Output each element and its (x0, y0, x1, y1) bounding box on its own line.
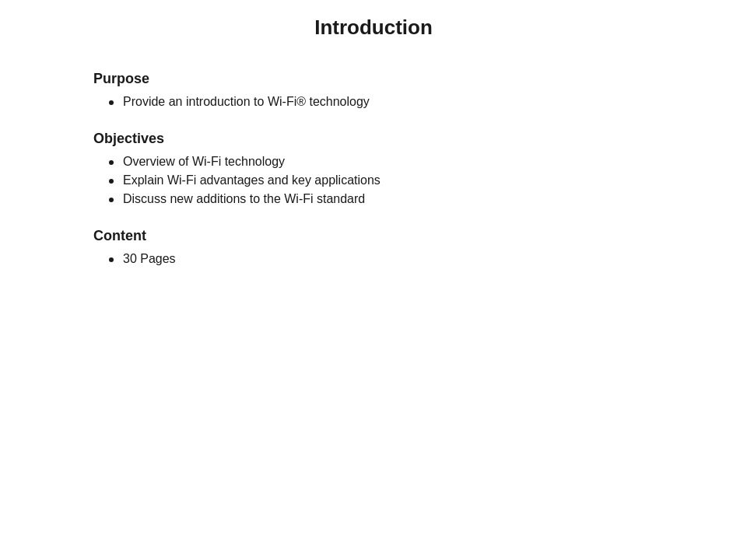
bullet-dot-icon (109, 198, 114, 202)
bullet-list-objectives: Overview of Wi-Fi technology Explain Wi-… (93, 155, 654, 206)
list-item: Provide an introduction to Wi-Fi® techno… (109, 95, 654, 109)
page-container: Introduction Purpose Provide an introduc… (0, 0, 747, 560)
section-objectives: Objectives Overview of Wi-Fi technology … (93, 131, 654, 206)
bullet-text: 30 Pages (123, 252, 176, 266)
section-heading-objectives: Objectives (93, 131, 654, 147)
list-item: Explain Wi-Fi advantages and key applica… (109, 173, 654, 187)
bullet-text: Discuss new additions to the Wi-Fi stand… (123, 192, 365, 206)
list-item: Discuss new additions to the Wi-Fi stand… (109, 192, 654, 206)
bullet-list-purpose: Provide an introduction to Wi-Fi® techno… (93, 95, 654, 109)
section-content: Content 30 Pages (93, 228, 654, 266)
bullet-list-content: 30 Pages (93, 252, 654, 266)
section-heading-purpose: Purpose (93, 71, 654, 87)
bullet-dot-icon (109, 100, 114, 105)
bullet-text: Provide an introduction to Wi-Fi® techno… (123, 95, 370, 109)
section-purpose: Purpose Provide an introduction to Wi-Fi… (93, 71, 654, 109)
list-item: 30 Pages (109, 252, 654, 266)
bullet-dot-icon (109, 179, 114, 184)
list-item: Overview of Wi-Fi technology (109, 155, 654, 169)
bullet-dot-icon (109, 160, 114, 165)
section-heading-content: Content (93, 228, 654, 244)
bullet-dot-icon (109, 257, 114, 262)
bullet-text: Overview of Wi-Fi technology (123, 155, 285, 169)
page-title-section: Introduction (93, 0, 654, 71)
bullet-text: Explain Wi-Fi advantages and key applica… (123, 173, 381, 187)
page-title: Introduction (93, 16, 654, 40)
